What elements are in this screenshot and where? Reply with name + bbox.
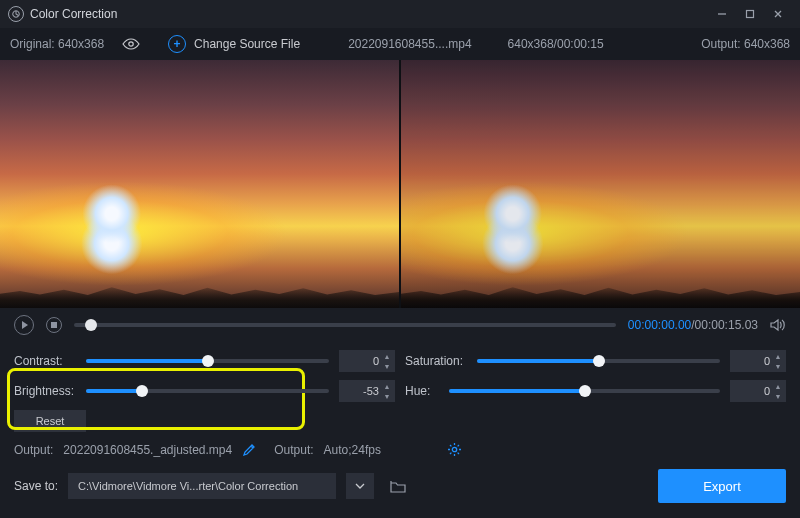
brightness-knob[interactable] — [136, 385, 148, 397]
duration: 00:00:15.03 — [695, 318, 758, 332]
stop-button[interactable] — [46, 317, 62, 333]
add-source-icon[interactable]: + — [168, 35, 186, 53]
app-logo-icon — [8, 6, 24, 22]
preview-original — [0, 60, 399, 308]
contrast-slider[interactable] — [86, 359, 329, 363]
output-format: Auto;24fps — [324, 443, 381, 457]
brightness-spin-up[interactable]: ▲ — [381, 381, 393, 391]
preview-toggle-icon[interactable] — [122, 38, 140, 50]
change-source-button[interactable]: Change Source File — [194, 37, 300, 51]
titlebar: Color Correction — [0, 0, 800, 28]
output-filename: 2022091608455._adjusted.mp4 — [63, 443, 232, 457]
source-bar: Original: 640x368 + Change Source File 2… — [0, 28, 800, 60]
minimize-button[interactable] — [708, 4, 736, 24]
playback-bar: 00:00:00.00/00:00:15.03 — [0, 308, 800, 342]
brightness-slider[interactable] — [86, 389, 329, 393]
source-file-name: 2022091608455....mp4 — [348, 37, 471, 51]
preview-output — [401, 60, 800, 308]
brightness-value-input[interactable]: -53 ▲▼ — [339, 380, 395, 402]
edit-filename-icon[interactable] — [242, 443, 256, 457]
timeline-knob[interactable] — [85, 319, 97, 331]
play-button[interactable] — [14, 315, 34, 335]
volume-icon[interactable] — [770, 318, 786, 332]
hue-knob[interactable] — [579, 385, 591, 397]
saturation-value-input[interactable]: 0 ▲▼ — [730, 350, 786, 372]
saturation-spin-down[interactable]: ▼ — [772, 361, 784, 371]
saturation-slider[interactable] — [477, 359, 720, 363]
output-settings-icon[interactable] — [447, 442, 462, 457]
save-to-label: Save to: — [14, 479, 58, 493]
saturation-spin-up[interactable]: ▲ — [772, 351, 784, 361]
contrast-value-input[interactable]: 0 ▲▼ — [339, 350, 395, 372]
output-dimensions: Output: 640x368 — [701, 37, 790, 51]
brightness-label: Brightness: — [14, 384, 76, 398]
svg-point-2 — [129, 42, 133, 46]
save-row: Save to: C:\Vidmore\Vidmore Vi...rter\Co… — [0, 463, 800, 513]
svg-point-3 — [452, 447, 456, 451]
hue-spin-down[interactable]: ▼ — [772, 391, 784, 401]
hue-label: Hue: — [405, 384, 439, 398]
contrast-value: 0 — [373, 355, 379, 367]
save-path-text: C:\Vidmore\Vidmore Vi...rter\Color Corre… — [78, 480, 298, 492]
save-path-input[interactable]: C:\Vidmore\Vidmore Vi...rter\Color Corre… — [68, 473, 336, 499]
color-controls: Contrast: 0 ▲▼ Saturation: 0 ▲▼ Brightne… — [0, 342, 800, 436]
saturation-knob[interactable] — [593, 355, 605, 367]
saturation-label: Saturation: — [405, 354, 467, 368]
source-dims-duration: 640x368/00:00:15 — [508, 37, 604, 51]
maximize-button[interactable] — [736, 4, 764, 24]
reset-button[interactable]: Reset — [14, 410, 86, 432]
contrast-spin-down[interactable]: ▼ — [381, 361, 393, 371]
svg-rect-1 — [747, 11, 754, 18]
saturation-value: 0 — [764, 355, 770, 367]
hue-slider[interactable] — [449, 389, 720, 393]
output-prefix-1: Output: — [14, 443, 53, 457]
original-dimensions: Original: 640x368 — [10, 37, 104, 51]
contrast-knob[interactable] — [202, 355, 214, 367]
output-prefix-2: Output: — [274, 443, 313, 457]
save-path-dropdown[interactable] — [346, 473, 374, 499]
hue-spin-up[interactable]: ▲ — [772, 381, 784, 391]
brightness-value: -53 — [363, 385, 379, 397]
current-time: 00:00:00.00 — [628, 318, 691, 332]
export-button[interactable]: Export — [658, 469, 786, 503]
close-button[interactable] — [764, 4, 792, 24]
timeline-slider[interactable] — [74, 323, 616, 327]
hue-value-input[interactable]: 0 ▲▼ — [730, 380, 786, 402]
brightness-spin-down[interactable]: ▼ — [381, 391, 393, 401]
open-folder-icon[interactable] — [384, 473, 412, 499]
contrast-spin-up[interactable]: ▲ — [381, 351, 393, 361]
hue-value: 0 — [764, 385, 770, 397]
window-title: Color Correction — [30, 7, 708, 21]
preview-area — [0, 60, 800, 308]
playback-time: 00:00:00.00/00:00:15.03 — [628, 318, 758, 332]
output-row: Output: 2022091608455._adjusted.mp4 Outp… — [0, 436, 800, 463]
contrast-label: Contrast: — [14, 354, 76, 368]
